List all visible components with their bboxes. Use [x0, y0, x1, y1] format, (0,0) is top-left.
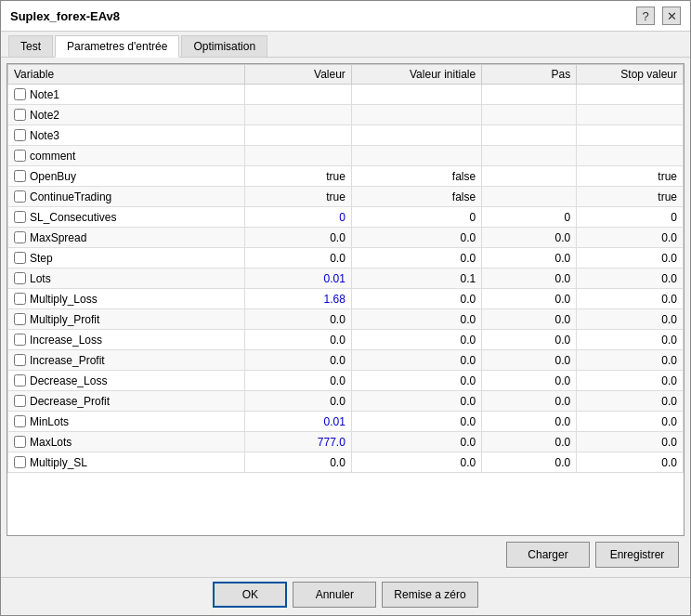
- cell-pas: 0: [482, 207, 577, 228]
- row-checkbox[interactable]: [14, 293, 26, 305]
- action-buttons: OK Annuler Remise a zéro: [1, 577, 690, 615]
- cell-initiale: 0.0: [351, 371, 481, 391]
- cell-valeur: 0.0: [245, 350, 352, 371]
- row-checkbox[interactable]: [14, 231, 26, 243]
- cell-variable: Decrease_Loss: [8, 371, 245, 391]
- variable-name: Increase_Loss: [30, 334, 102, 347]
- window-title: Suplex_forex-EAv8: [10, 9, 120, 23]
- cell-pas: 0.0: [482, 412, 577, 432]
- cell-pas: [482, 125, 577, 146]
- table-row: Note1: [8, 85, 684, 105]
- cell-pas: [482, 146, 577, 166]
- tab-test[interactable]: Test: [8, 35, 53, 57]
- cell-stop: 0.0: [577, 452, 684, 473]
- annuler-button[interactable]: Annuler: [293, 582, 376, 608]
- variable-name: MinLots: [30, 415, 69, 428]
- cell-pas: [482, 105, 577, 125]
- remise-a-zero-button[interactable]: Remise a zéro: [382, 582, 477, 608]
- close-button[interactable]: ✕: [662, 7, 681, 25]
- cell-initiale: 0.0: [351, 309, 481, 330]
- tab-parametres[interactable]: Parametres d'entrée: [55, 35, 179, 58]
- table-row: MinLots0.010.00.00.0: [8, 412, 684, 432]
- cell-valeur: 0.0: [245, 371, 352, 391]
- parameters-table-container[interactable]: Variable Valeur Valeur initiale Pas Stop…: [7, 63, 684, 536]
- table-row: Increase_Loss0.00.00.00.0: [8, 330, 684, 350]
- row-checkbox[interactable]: [14, 395, 26, 407]
- cell-stop: 0.0: [577, 248, 684, 269]
- row-checkbox[interactable]: [14, 150, 26, 162]
- ok-button[interactable]: OK: [213, 582, 287, 608]
- table-row: Multiply_Profit0.00.00.00.0: [8, 309, 684, 330]
- variable-name: MaxSpread: [30, 231, 86, 244]
- row-checkbox[interactable]: [14, 129, 26, 141]
- cell-variable: MaxLots: [8, 432, 245, 452]
- cell-variable: Lots: [8, 269, 245, 289]
- row-checkbox[interactable]: [14, 436, 26, 448]
- table-row: Multiply_SL0.00.00.00.0: [8, 452, 684, 473]
- cell-valeur: 0.0: [245, 309, 352, 330]
- cell-stop: 0.0: [577, 330, 684, 350]
- table-row: Step0.00.00.00.0: [8, 248, 684, 269]
- cell-pas: [482, 187, 577, 207]
- cell-valeur: 0: [245, 207, 352, 228]
- parameters-table: Variable Valeur Valeur initiale Pas Stop…: [7, 64, 684, 473]
- row-checkbox[interactable]: [14, 88, 26, 100]
- table-row: Multiply_Loss1.680.00.00.0: [8, 289, 684, 309]
- header-pas: Pas: [482, 65, 577, 85]
- cell-pas: [482, 85, 577, 105]
- cell-valeur: 0.0: [245, 452, 352, 473]
- cell-variable: Decrease_Profit: [8, 391, 245, 412]
- cell-stop: 0.0: [577, 371, 684, 391]
- row-checkbox[interactable]: [14, 456, 26, 468]
- cell-initiale: false: [351, 166, 481, 187]
- table-row: Note2: [8, 105, 684, 125]
- cell-initiale: [351, 105, 481, 125]
- cell-valeur: 0.0: [245, 228, 352, 248]
- main-window: Suplex_forex-EAv8 ? ✕ Test Parametres d'…: [0, 0, 691, 616]
- variable-name: Multiply_SL: [30, 456, 87, 469]
- row-checkbox[interactable]: [14, 374, 26, 387]
- cell-initiale: [351, 125, 481, 146]
- row-checkbox[interactable]: [14, 415, 26, 427]
- cell-initiale: 0.0: [351, 248, 481, 269]
- row-checkbox[interactable]: [14, 334, 26, 346]
- row-checkbox[interactable]: [14, 190, 26, 203]
- cell-pas: 0.0: [482, 269, 577, 289]
- cell-initiale: 0.0: [351, 289, 481, 309]
- cell-variable: Step: [8, 248, 245, 269]
- help-button[interactable]: ?: [636, 7, 655, 25]
- row-checkbox[interactable]: [14, 252, 26, 264]
- cell-valeur: [245, 105, 352, 125]
- table-row: MaxLots777.00.00.00.0: [8, 432, 684, 452]
- header-valeur: Valeur: [245, 65, 352, 85]
- cell-initiale: [351, 146, 481, 166]
- cell-pas: 0.0: [482, 248, 577, 269]
- cell-initiale: 0.0: [351, 452, 481, 473]
- cell-variable: comment: [8, 146, 245, 166]
- charger-button[interactable]: Charger: [506, 542, 590, 568]
- row-checkbox[interactable]: [14, 211, 26, 223]
- cell-valeur: 0.01: [245, 269, 352, 289]
- variable-name: Decrease_Loss: [30, 374, 107, 387]
- cell-initiale: [351, 85, 481, 105]
- row-checkbox[interactable]: [14, 272, 26, 284]
- cell-pas: 0.0: [482, 432, 577, 452]
- row-checkbox[interactable]: [14, 109, 26, 121]
- row-checkbox[interactable]: [14, 354, 26, 366]
- cell-pas: 0.0: [482, 371, 577, 391]
- cell-variable: Increase_Loss: [8, 330, 245, 350]
- table-row: Lots0.010.10.00.0: [8, 269, 684, 289]
- tab-optimisation[interactable]: Optimisation: [181, 35, 267, 57]
- title-bar-controls: ? ✕: [636, 7, 681, 25]
- variable-name: Multiply_Loss: [30, 293, 98, 306]
- cell-valeur: true: [245, 166, 352, 187]
- row-checkbox[interactable]: [14, 313, 26, 325]
- table-row: comment: [8, 146, 684, 166]
- table-row: SL_Consecutives0000: [8, 207, 684, 228]
- cell-pas: 0.0: [482, 228, 577, 248]
- cell-initiale: 0.0: [351, 391, 481, 412]
- cell-stop: 0.0: [577, 432, 684, 452]
- enregistrer-button[interactable]: Enregistrer: [595, 542, 679, 568]
- row-checkbox[interactable]: [14, 170, 26, 182]
- cell-variable: Note2: [8, 105, 245, 125]
